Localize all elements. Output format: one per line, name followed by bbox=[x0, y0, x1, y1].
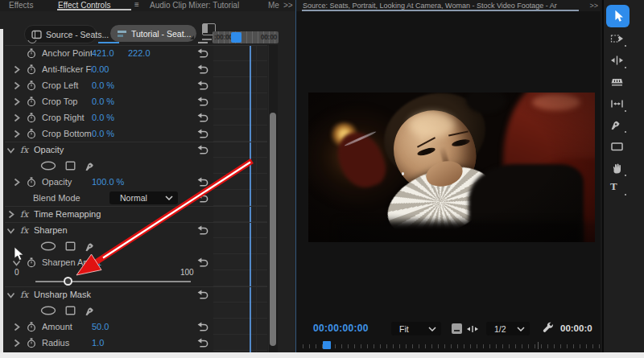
pen-mask-icon[interactable] bbox=[85, 241, 96, 252]
razor-tool[interactable] bbox=[610, 76, 624, 89]
reset-icon[interactable] bbox=[197, 113, 209, 123]
pen-mask-icon[interactable] bbox=[85, 160, 96, 171]
rectangle-tool[interactable] bbox=[610, 140, 624, 154]
chevron-right-icon[interactable] bbox=[12, 178, 21, 187]
chevron-right-icon[interactable] bbox=[12, 130, 21, 138]
blend-mode-dropdown[interactable]: Normal bbox=[109, 191, 178, 204]
panel-menu-icon[interactable]: ≡ bbox=[134, 0, 139, 9]
reset-icon[interactable] bbox=[197, 129, 209, 139]
reset-icon[interactable] bbox=[197, 145, 209, 155]
reset-icon[interactable] bbox=[197, 177, 209, 187]
tab-audio-clip-mixer[interactable]: Audio Clip Mixer: Tutorial bbox=[150, 1, 239, 10]
pen-tool[interactable] bbox=[610, 118, 624, 132]
param-value[interactable]: 0.0 % bbox=[92, 97, 128, 106]
selection-tool-button[interactable] bbox=[606, 5, 630, 27]
trim-arrows-icon[interactable] bbox=[466, 323, 479, 335]
tab-overflow-chevrons[interactable]: >> bbox=[283, 1, 293, 10]
tab-effects[interactable]: Effects bbox=[9, 1, 33, 10]
chevron-right-icon[interactable] bbox=[6, 210, 15, 219]
hand-tool[interactable] bbox=[610, 162, 624, 175]
chevron-right-icon[interactable] bbox=[12, 339, 21, 348]
param-value[interactable]: 0.0 % bbox=[92, 113, 128, 122]
effect-label[interactable]: Sharpen bbox=[34, 225, 68, 235]
stopwatch-icon[interactable] bbox=[27, 64, 36, 75]
param-value-x[interactable]: 421.0 bbox=[92, 48, 128, 58]
chevron-right-icon[interactable] bbox=[12, 113, 21, 122]
ellipse-mask-icon[interactable] bbox=[40, 161, 56, 171]
slider-max-label: 100 bbox=[180, 268, 194, 277]
slip-tool[interactable] bbox=[610, 97, 624, 111]
chevron-right-icon[interactable] bbox=[12, 81, 21, 90]
type-tool[interactable]: T bbox=[610, 181, 624, 195]
ellipse-mask-icon[interactable] bbox=[40, 306, 56, 315]
stopwatch-icon[interactable] bbox=[27, 322, 36, 332]
effect-controls-panel: Source - Seats... Tutorial - Seat... :00… bbox=[0, 11, 295, 352]
stopwatch-icon[interactable] bbox=[27, 257, 36, 268]
stopwatch-icon[interactable] bbox=[27, 80, 36, 91]
row-mask-tools bbox=[0, 238, 213, 254]
stopwatch-icon[interactable] bbox=[27, 97, 36, 107]
mouse-cursor bbox=[14, 246, 25, 262]
zoom-level-dropdown[interactable]: Fit bbox=[391, 322, 441, 335]
monitor-ruler[interactable] bbox=[303, 344, 601, 348]
param-value[interactable]: 1.0 bbox=[92, 338, 128, 348]
tab-overflow-label[interactable]: Me bbox=[268, 1, 279, 10]
param-value[interactable]: 21 bbox=[92, 257, 128, 267]
chevron-right-icon[interactable] bbox=[12, 323, 21, 331]
flyout-corner bbox=[190, 35, 194, 39]
effect-label[interactable]: Unsharp Mask bbox=[34, 290, 91, 299]
reset-icon[interactable] bbox=[197, 97, 209, 107]
stopwatch-icon[interactable] bbox=[27, 338, 36, 348]
reset-icon[interactable] bbox=[197, 322, 209, 332]
stopwatch-icon[interactable] bbox=[27, 113, 36, 123]
ellipse-mask-icon[interactable] bbox=[40, 241, 56, 251]
reset-icon bbox=[198, 42, 208, 43]
reset-icon[interactable] bbox=[197, 290, 209, 300]
reset-icon[interactable] bbox=[197, 64, 209, 75]
vignette bbox=[308, 93, 595, 242]
param-value[interactable]: 100.0 % bbox=[92, 177, 128, 187]
reset-icon[interactable] bbox=[197, 80, 209, 91]
param-value[interactable]: 50.0 bbox=[92, 322, 128, 331]
stopwatch-icon[interactable] bbox=[27, 129, 36, 139]
param-value[interactable]: 0.00 bbox=[92, 64, 128, 74]
scrollbar-thumb[interactable] bbox=[270, 113, 276, 346]
reset-icon[interactable] bbox=[197, 257, 209, 268]
keyframe-timeline-strip[interactable] bbox=[213, 45, 267, 352]
param-value[interactable]: 0.0 % bbox=[92, 129, 128, 138]
chevron-down-icon[interactable] bbox=[6, 146, 15, 154]
settings-wrench-icon[interactable] bbox=[542, 322, 555, 335]
stopwatch-icon[interactable] bbox=[27, 48, 36, 59]
param-value-y[interactable]: 222.0 bbox=[128, 48, 164, 58]
header-overflow-chevrons[interactable]: >> bbox=[589, 2, 598, 10]
track-select-forward-tool[interactable] bbox=[610, 32, 624, 46]
chevron-down-icon[interactable] bbox=[6, 290, 15, 299]
monitor-playhead[interactable] bbox=[323, 341, 331, 349]
rect-mask-icon[interactable] bbox=[65, 306, 76, 315]
ripple-edit-tool[interactable] bbox=[610, 54, 624, 68]
sharpen-slider-handle[interactable] bbox=[64, 277, 72, 286]
rect-mask-icon[interactable] bbox=[65, 161, 76, 171]
chevron-down-icon[interactable] bbox=[6, 226, 15, 235]
reset-icon[interactable] bbox=[197, 225, 209, 236]
playhead-line[interactable] bbox=[250, 45, 251, 352]
reset-icon[interactable] bbox=[197, 193, 209, 204]
captions-display-button[interactable] bbox=[452, 323, 462, 334]
stopwatch-icon[interactable] bbox=[27, 177, 36, 187]
timeline-clip-button[interactable]: Tutorial - Seat... bbox=[110, 25, 196, 42]
effect-label[interactable]: Time Remapping bbox=[34, 209, 101, 219]
sharpen-slider-track[interactable] bbox=[35, 281, 191, 282]
mini-timeline-ruler[interactable]: :00:00 00:00 bbox=[213, 31, 279, 43]
current-timecode[interactable]: 00:00:00:00 bbox=[313, 323, 369, 334]
param-value[interactable]: 0.0 % bbox=[92, 80, 128, 90]
reset-icon[interactable] bbox=[197, 338, 209, 348]
chevron-right-icon[interactable] bbox=[12, 65, 21, 74]
effect-label[interactable]: Opacity bbox=[34, 145, 64, 154]
pen-mask-icon[interactable] bbox=[85, 305, 96, 316]
rect-mask-icon[interactable] bbox=[65, 241, 76, 251]
row-crop-bottom: Crop Bottom 0.0 % bbox=[0, 126, 213, 142]
playhead-marker[interactable] bbox=[231, 32, 242, 43]
playback-resolution-dropdown[interactable]: 1/2 bbox=[486, 322, 530, 335]
reset-icon[interactable] bbox=[197, 48, 209, 59]
chevron-right-icon[interactable] bbox=[12, 97, 21, 106]
